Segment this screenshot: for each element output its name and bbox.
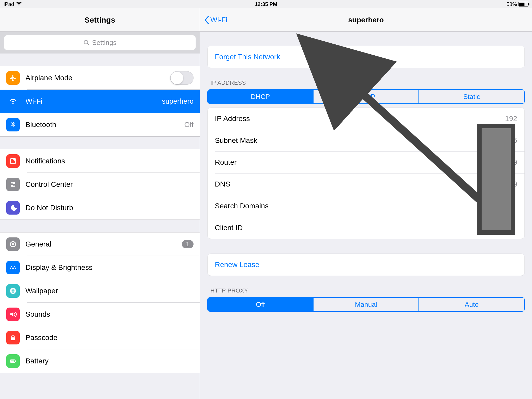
ip-section-label: IP ADDRESS <box>207 68 525 89</box>
seg-proxy-auto[interactable]: Auto <box>419 298 524 311</box>
wifi-value: superhero <box>162 97 194 105</box>
display-icon: AA <box>6 261 20 274</box>
row-client-id[interactable]: Client ID <box>208 217 524 239</box>
row-label: General <box>25 240 176 248</box>
wallpaper-icon <box>6 284 20 298</box>
sounds-icon <box>6 308 20 321</box>
forget-network-button[interactable]: Forget This Network <box>208 46 524 68</box>
row-label: Notifications <box>25 157 194 165</box>
seg-proxy-manual[interactable]: Manual <box>314 298 419 311</box>
row-label: Display & Brightness <box>25 263 194 272</box>
status-bar: iPad 12:35 PM 58% <box>0 0 532 8</box>
svg-rect-18 <box>11 361 15 362</box>
subnet-value: 255.25 <box>495 136 517 145</box>
detail-panel: Wi-Fi superhero Forget This Network IP A… <box>200 8 532 399</box>
renew-lease-button[interactable]: Renew Lease <box>208 254 524 276</box>
detail-navbar: Wi-Fi superhero <box>200 8 532 32</box>
row-label: Bluetooth <box>25 121 178 129</box>
row-router[interactable]: Router 19 <box>208 151 524 173</box>
bluetooth-icon <box>6 118 20 131</box>
row-label: Sounds <box>25 310 194 318</box>
bluetooth-value: Off <box>184 121 194 129</box>
chevron-left-icon <box>204 16 209 24</box>
proxy-segmented-control: Off Manual Auto <box>207 297 525 312</box>
passcode-icon <box>6 331 20 344</box>
sidebar-item-sounds[interactable]: Sounds <box>0 303 200 326</box>
seg-bootp[interactable]: BootP <box>314 90 419 103</box>
row-subnet-mask[interactable]: Subnet Mask 255.25 <box>208 130 524 151</box>
svg-rect-15 <box>11 337 15 340</box>
sidebar-item-display[interactable]: AA Display & Brightness <box>0 256 200 279</box>
row-search-domains[interactable]: Search Domains <box>208 195 524 217</box>
seg-static[interactable]: Static <box>419 90 524 103</box>
back-button[interactable]: Wi-Fi <box>204 16 227 24</box>
search-icon <box>83 39 90 46</box>
ip-address-value: 192 <box>505 115 517 123</box>
general-badge: 1 <box>182 240 194 248</box>
proxy-section-label: HTTP PROXY <box>207 276 525 297</box>
sidebar-item-wifi[interactable]: Wi-Fi superhero <box>0 90 200 113</box>
seg-proxy-off[interactable]: Off <box>208 298 314 311</box>
forget-label: Forget This Network <box>215 53 280 61</box>
row-label: Wi-Fi <box>25 97 156 105</box>
row-ip-address[interactable]: IP Address 192 <box>208 108 524 130</box>
back-label: Wi-Fi <box>210 16 227 24</box>
sidebar-title: Settings <box>84 16 115 24</box>
sidebar-item-airplane[interactable]: Airplane Mode <box>0 66 200 90</box>
control-center-icon <box>6 178 20 191</box>
battery-settings-icon <box>6 354 20 368</box>
search-input[interactable]: Settings <box>4 35 196 50</box>
svg-point-7 <box>13 185 15 187</box>
sidebar-item-notifications[interactable]: Notifications <box>0 149 200 173</box>
svg-text:AA: AA <box>10 265 16 270</box>
settings-sidebar: Settings Settings Airplane Mode <box>0 8 200 399</box>
detail-title: superhero <box>348 16 384 24</box>
row-label: Wallpaper <box>25 287 194 295</box>
general-icon <box>6 237 20 251</box>
sidebar-item-wallpaper[interactable]: Wallpaper <box>0 279 200 303</box>
forget-card: Forget This Network <box>207 46 525 68</box>
svg-point-12 <box>10 290 16 292</box>
airplane-toggle[interactable] <box>170 71 194 85</box>
clock: 12:35 PM <box>255 1 277 7</box>
airplane-icon <box>6 71 20 85</box>
row-label: Control Center <box>25 180 194 189</box>
sidebar-item-general[interactable]: General 1 <box>0 232 200 256</box>
row-label: Airplane Mode <box>25 74 164 82</box>
ip-fields-card: IP Address 192 Subnet Mask 255.25 Router… <box>207 108 525 239</box>
renew-card: Renew Lease <box>207 254 525 276</box>
battery-percent: 58% <box>507 1 517 7</box>
row-label: Passcode <box>25 334 194 342</box>
device-label: iPad <box>4 1 14 7</box>
seg-dhcp[interactable]: DHCP <box>208 90 314 103</box>
sidebar-item-control-center[interactable]: Control Center <box>0 173 200 196</box>
sidebar-item-dnd[interactable]: Do Not Disturb <box>0 196 200 220</box>
wifi-status-icon <box>16 1 22 7</box>
svg-rect-17 <box>15 361 16 362</box>
search-placeholder: Settings <box>92 39 117 47</box>
router-value: 19 <box>509 158 517 167</box>
svg-line-1 <box>87 43 89 45</box>
svg-point-6 <box>11 183 13 184</box>
ip-segmented-control: DHCP BootP Static <box>207 89 525 104</box>
svg-point-9 <box>12 243 14 245</box>
row-dns[interactable]: DNS 19 <box>208 173 524 195</box>
dns-value: 19 <box>509 180 517 188</box>
row-label: Battery <box>25 357 194 365</box>
dnd-icon <box>6 201 20 215</box>
sidebar-item-bluetooth[interactable]: Bluetooth Off <box>0 113 200 136</box>
sidebar-item-passcode[interactable]: Passcode <box>0 326 200 349</box>
sidebar-header: Settings <box>0 8 200 32</box>
wifi-icon <box>6 95 20 108</box>
battery-icon <box>518 2 528 6</box>
search-wrap: Settings <box>0 32 200 54</box>
sidebar-item-battery[interactable]: Battery <box>0 349 200 373</box>
row-label: Do Not Disturb <box>25 204 194 212</box>
svg-point-3 <box>13 158 16 161</box>
notifications-icon <box>6 154 20 168</box>
